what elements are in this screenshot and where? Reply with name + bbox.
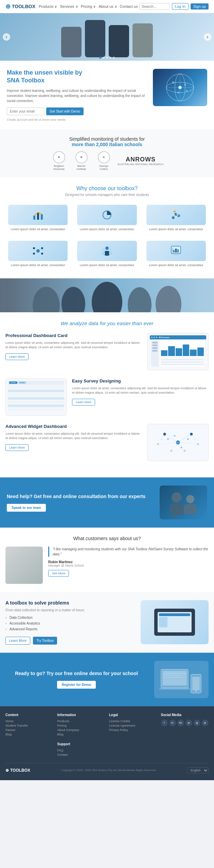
chart-icon-3 [170, 209, 182, 221]
footer-link-products[interactable]: Products [57, 719, 105, 723]
dashboard-title: Professional Dashboard Card [5, 333, 142, 338]
svg-rect-36 [173, 250, 175, 252]
facebook-icon[interactable]: f [161, 719, 168, 726]
testimonial-author: Robin Martinez [48, 560, 209, 564]
get-demo-button[interactable]: Get Start with Demo [46, 107, 84, 115]
feature-text-4: Lorem ipsum dolor sit amet, consectetur [8, 263, 68, 268]
feature-img-3 [146, 205, 206, 225]
svg-point-29 [103, 249, 105, 251]
footer-link-blog2[interactable]: Blog [57, 733, 105, 736]
anrows-logo-text: ANROWS [126, 156, 156, 163]
sna-email-input[interactable] [7, 107, 44, 115]
solve-item-1: Data Collection [5, 615, 134, 620]
instagram-icon[interactable]: ig [194, 719, 200, 726]
logo-icon: ⊕ [5, 3, 11, 10]
solve-left: A toolbox to solve problems From data co… [5, 600, 134, 645]
speak-team-button[interactable]: Speak to our team [7, 504, 46, 512]
footer-link-pricing[interactable]: Pricing [57, 724, 105, 727]
youtube-icon[interactable]: yt [185, 719, 192, 726]
sna-left: Make the unsen visible by SNA Toolbox Im… [7, 69, 146, 121]
laptop-row-3 [168, 624, 190, 627]
footer: Content Home Student Transfer Partner Bl… [0, 706, 214, 780]
svg-rect-73 [184, 504, 196, 514]
svg-point-7 [184, 84, 186, 86]
footer-link-privacy[interactable]: Privacy Policy [109, 728, 157, 732]
hero-prev-button[interactable]: ‹ [3, 33, 10, 41]
hero-dot-3[interactable] [106, 57, 108, 59]
nav-services[interactable]: Services ∨ [60, 4, 78, 9]
svg-line-69 [188, 434, 191, 439]
try-toolbox-button[interactable]: Try Toolbox [33, 637, 57, 645]
laptop-content [159, 617, 190, 627]
hero-dot-2[interactable] [103, 57, 105, 59]
footer-link-contact[interactable]: Contact [57, 753, 105, 756]
hero-dot-4[interactable] [109, 57, 111, 59]
nav-about[interactable]: About us ∨ [99, 4, 117, 9]
footer-link-partner[interactable]: Partner [5, 728, 53, 732]
hero-person-3 [109, 25, 129, 57]
linkedin-icon[interactable]: in [169, 719, 176, 726]
dash-bar-5 [190, 350, 196, 356]
nav-contact[interactable]: Contact us [120, 4, 138, 9]
why-section: Why choose our toolbox? Designed for sch… [0, 177, 214, 278]
cta-photo [160, 486, 207, 519]
footer-legal-title: Legal [109, 713, 157, 717]
dashboard-learn-button[interactable]: Learn More [5, 353, 29, 360]
login-button[interactable]: Log In [172, 3, 189, 10]
widget-learn-button[interactable]: Learn More [5, 444, 29, 451]
svg-point-20 [41, 247, 43, 249]
hero-carousel: ‹ › [0, 13, 214, 61]
dashboard-mock: ⊕ Focuses [148, 333, 208, 370]
twitter-icon[interactable]: tw [177, 719, 184, 726]
freedemo-section: Ready to go? Try our free online demo fo… [0, 653, 214, 706]
laptop-screen [158, 612, 192, 632]
barnet-logo-circle: B [75, 151, 88, 163]
dash-bar-1 [161, 350, 167, 356]
survey-mock: Survey Design [6, 379, 66, 415]
svg-point-19 [33, 247, 35, 249]
anrows-logo-block: ANROWS AUSTRALIAN NATIONAL RESEARCH [118, 156, 164, 165]
survey-row-5 [8, 401, 64, 403]
footer-language-select[interactable]: English [187, 767, 209, 773]
hero-dots [99, 57, 115, 59]
search-input[interactable] [139, 3, 170, 10]
solve-learn-button[interactable]: Learn More [5, 637, 30, 645]
sna-brand: SNA Toolbox [7, 77, 44, 84]
nav-pricing[interactable]: Pricing ∨ [81, 4, 96, 9]
hero-next-button[interactable]: › [204, 33, 211, 41]
dash-table-row-2 [161, 361, 204, 363]
hero-dot-1[interactable] [99, 57, 101, 59]
footer-link-transfer[interactable]: Student Transfer [5, 724, 53, 727]
footer-link-blog[interactable]: Blog [5, 733, 53, 736]
signup-button[interactable]: Sign up [191, 3, 209, 9]
footer-link-faq[interactable]: FAQ [57, 749, 105, 752]
register-demo-button[interactable]: Register for Demo [57, 681, 96, 689]
solve-btn-row: Learn More Try Toolbox [5, 637, 134, 645]
dash-body [150, 339, 206, 368]
footer-link-home[interactable]: Home [5, 719, 53, 723]
footer-logo-icon: ⊕ [5, 768, 9, 773]
laptop-header-bar [159, 613, 190, 616]
survey-header: Survey Design [8, 381, 64, 385]
network-svg [148, 424, 208, 461]
widget-desc: Lorem ipsum dolor sit amet, consectetur … [5, 432, 142, 441]
footer-col-social: Social Media f in tw yt ig pt [161, 713, 209, 757]
survey-learn-button[interactable]: Learn More [72, 399, 95, 406]
footer-link-about[interactable]: About Company [57, 728, 105, 732]
hero-dot-5[interactable] [113, 57, 115, 59]
schools-highlight: more than 2,000 Italian schools [72, 142, 142, 147]
widget-image [147, 424, 209, 461]
devices-svg [158, 663, 205, 696]
laptop-row-2 [168, 620, 190, 623]
see-more-button[interactable]: See More [48, 570, 69, 577]
logo[interactable]: ⊕ TOOLBOX [5, 3, 35, 10]
george-logo-circle: G [98, 151, 110, 163]
nav-products[interactable]: Products ∨ [39, 4, 57, 9]
footer-link-agreement[interactable]: License Agreement [109, 724, 157, 727]
pinterest-icon[interactable]: pt [202, 719, 209, 726]
footer-link-license[interactable]: License Credits [109, 719, 157, 723]
feature-img-2 [77, 205, 137, 225]
footer-logo: ⊕ TOOLBOX [5, 768, 30, 773]
testimonial-card: "I like managing and monitoring students… [5, 547, 209, 584]
solve-item-3: Advanced Reports [5, 626, 134, 632]
